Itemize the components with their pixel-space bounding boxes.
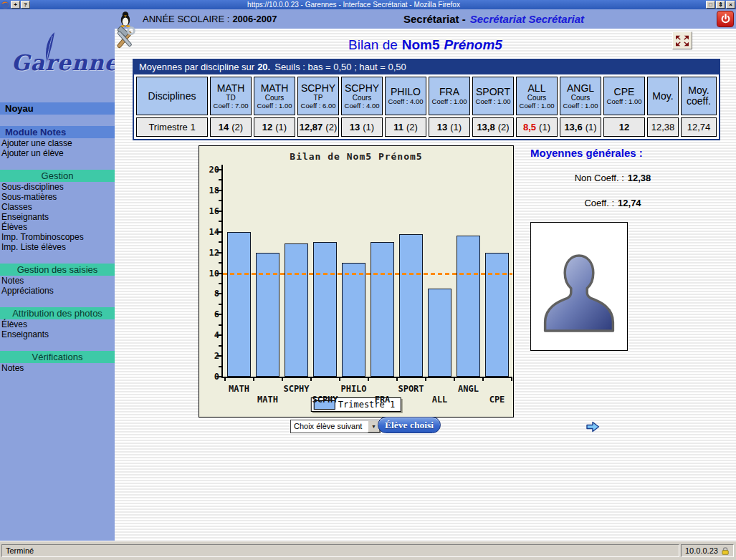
sidebar-item-appreciations[interactable]: Appréciations <box>0 286 115 296</box>
non-coeff-label: Non Coeff. : <box>575 173 624 183</box>
sidebar-section-attribution-des-photos: Attribution des photos <box>0 307 115 319</box>
tux-icon <box>120 11 131 27</box>
status-host: 10.0.0.23 <box>685 545 718 556</box>
y-tick <box>219 366 221 367</box>
close-button[interactable]: × <box>726 1 735 9</box>
averages-title: Moyennes générales : <box>530 147 643 159</box>
grade-cell-8: 13,6(1) <box>560 117 601 137</box>
sidebar-item-sous-disciplines[interactable]: Sous-disciplines <box>0 182 115 192</box>
column-header-cpe-9: CPECoeff : 1.00 <box>603 77 645 115</box>
non-coeff-value: 12,38 <box>628 173 651 183</box>
grade-cell-5: 13(1) <box>429 117 470 137</box>
sidebar-module-module-notes[interactable]: Module Notes <box>0 126 115 138</box>
sidebar-nav: NoyauModule NotesAjouter une classeAjout… <box>0 102 115 373</box>
x-label-3: SCPHY <box>302 395 348 405</box>
garennes-logo: Garennes <box>1 37 115 87</box>
x-label-4: PHILO <box>331 384 377 394</box>
row-label: Trimestre 1 <box>136 117 208 137</box>
bar-sport-6 <box>399 234 423 377</box>
logout-power-button[interactable] <box>717 11 734 27</box>
grade-cell-3: 13(1) <box>341 117 383 137</box>
maximize-button[interactable]: □ <box>706 1 715 9</box>
x-tick <box>224 378 226 381</box>
grade-cell-0: 14(2) <box>210 117 252 137</box>
column-header-math-1: MATHCoursCoeff : 1.00 <box>254 77 295 115</box>
column-header-philo-4: PHILOCoeff : 4.00 <box>385 77 426 115</box>
y-tick-label: 6 <box>201 309 219 319</box>
chart-y-axis <box>221 165 223 378</box>
bar-fra-5 <box>371 242 394 377</box>
sidebar-section-gestion: Gestion <box>0 170 115 182</box>
bar-philo-4 <box>342 263 365 377</box>
sidebar-item-ajouter-un-eleve[interactable]: Ajouter un élève <box>0 148 115 158</box>
lock-icon[interactable] <box>721 546 730 556</box>
y-tick <box>219 241 221 243</box>
fullscreen-button[interactable] <box>672 32 692 49</box>
status-bar: Terminé 10.0.0.23 <box>0 541 736 560</box>
student-photo-box <box>530 222 628 351</box>
page-title-nom: Nom5 <box>402 37 440 52</box>
coeff-average: Coeff. :12,74 <box>530 198 695 208</box>
sidebar-gap <box>0 252 115 264</box>
x-tick <box>368 378 369 381</box>
grades-table-box: Moyennes par discipline sur20.Seuils : b… <box>133 59 720 140</box>
y-tick-label: 14 <box>201 227 219 237</box>
sidebar-module-noyau[interactable]: Noyau <box>0 102 115 115</box>
coeff-value: 12,74 <box>618 198 641 208</box>
non-coeff-average: Non Coeff. :12,38 <box>530 173 695 183</box>
sidebar-item-sous-matieres[interactable]: Sous-matières <box>0 192 115 202</box>
sidebar-item-notes[interactable]: Notes <box>0 363 115 373</box>
sidebar-item-enseignants[interactable]: Enseignants <box>0 329 115 339</box>
x-tick <box>454 378 455 381</box>
sidebar-item-enseignants[interactable]: Enseignants <box>0 212 115 222</box>
sidebar-item-imp-liste-eleves[interactable]: Imp. Liste élèves <box>0 242 115 252</box>
sidebar-item-imp-trombinoscopes[interactable]: Imp. Trombinoscopes <box>0 232 115 242</box>
column-header-scphy-3: SCPHYCoursCoeff : 4.00 <box>341 77 383 115</box>
grade-cell-7: 8,5(1) <box>516 117 558 137</box>
x-label-1: MATH <box>245 395 291 405</box>
y-tick-label: 2 <box>201 351 219 361</box>
sidebar-item-classes[interactable]: Classes <box>0 202 115 212</box>
section-prefix: Secrétariat - <box>403 13 466 25</box>
page-title-prefix: Bilan de <box>348 37 398 52</box>
student-select[interactable]: Choix élève suivant ▼ <box>290 420 381 433</box>
y-tick-label: 18 <box>201 185 219 195</box>
sidebar-item-ajouter-une-classe[interactable]: Ajouter une classe <box>0 138 115 148</box>
section-value: Secrétariat Secrétariat <box>470 13 584 25</box>
threshold-line <box>223 273 512 275</box>
expand-arrows-icon <box>674 34 690 47</box>
x-label-6: SPORT <box>388 384 434 394</box>
grade-cell-11: 12,74 <box>681 117 717 137</box>
column-header-sport-6: SPORTCoeff : 1.00 <box>472 77 514 115</box>
school-year-value: 2006-2007 <box>232 14 277 24</box>
x-label-2: SCPHY <box>274 384 320 394</box>
student-select-value: Choix élève suivant <box>291 420 368 433</box>
x-tick <box>310 378 312 381</box>
status-text: Terminé <box>1 544 679 557</box>
y-tick-label: 16 <box>201 206 219 216</box>
sidebar-section-verifications: Vérifications <box>0 351 115 363</box>
column-header-all-7: ALLCoursCoeff : 1.00 <box>516 77 558 115</box>
page-title-prenom: Prénom5 <box>444 37 502 52</box>
grades-table: Disciplines MATHTDCoeff : 7.00MATHCoursC… <box>134 74 719 139</box>
section-title: Secrétariat -Secrétariat Secrétariat <box>403 13 584 25</box>
sidebar-gap <box>0 158 115 170</box>
y-tick-label: 4 <box>201 330 219 340</box>
sidebar-item-notes[interactable]: Notes <box>0 276 115 286</box>
y-tick <box>219 304 221 305</box>
shade-button[interactable]: ⇕ <box>716 1 725 9</box>
chart-x-axis <box>221 377 512 378</box>
student-avatar <box>539 230 619 343</box>
window-titlebar: + ? https://10.0.0.23 - Garennes - Inter… <box>0 0 736 9</box>
main-content: Bilan deNom5Prénom5 Moyennes par discipl… <box>115 29 736 541</box>
sidebar-item-eleves[interactable]: Élèves <box>0 222 115 232</box>
sidebar-item-eleves[interactable]: Élèves <box>0 319 115 329</box>
y-tick <box>219 324 221 326</box>
school-year: ANNÉE SCOLAIRE :2006-2007 <box>143 14 277 24</box>
grade-cell-9: 12 <box>603 117 645 137</box>
y-tick <box>219 345 221 347</box>
x-tick <box>482 378 484 381</box>
column-header-fra-5: FRACoeff : 1.00 <box>429 77 470 115</box>
eleve-choisi-button[interactable]: Élève choisi <box>378 417 441 433</box>
next-arrow-icon[interactable] <box>586 421 600 433</box>
